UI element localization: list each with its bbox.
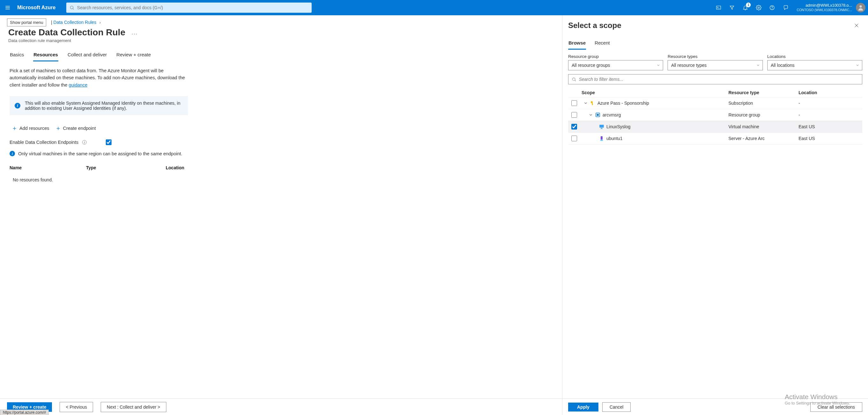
gear-icon bbox=[756, 5, 762, 10]
svg-rect-5 bbox=[717, 6, 721, 9]
svg-point-11 bbox=[859, 5, 862, 8]
global-search-input[interactable] bbox=[77, 5, 309, 10]
brand-label[interactable]: Microsoft Azure bbox=[15, 5, 60, 10]
filter-icon bbox=[729, 5, 735, 10]
hamburger-icon bbox=[5, 5, 10, 10]
avatar-icon bbox=[857, 4, 864, 11]
global-search-box[interactable] bbox=[66, 3, 312, 13]
notification-badge: 1 bbox=[746, 3, 751, 7]
notifications-button[interactable]: 1 bbox=[739, 0, 752, 15]
account-tenant: CONTOSO (WWLX100378.ONMIC... bbox=[797, 8, 852, 12]
feedback-icon bbox=[783, 5, 788, 10]
help-icon bbox=[769, 5, 775, 10]
cloud-shell-button[interactable] bbox=[712, 0, 725, 15]
topbar-right-icons: 1 admin@WWLx100378.o... CONTOSO (WWLX100… bbox=[712, 0, 868, 15]
cloudshell-icon bbox=[716, 5, 721, 10]
svg-point-3 bbox=[70, 6, 73, 9]
settings-button[interactable] bbox=[752, 0, 765, 15]
svg-point-8 bbox=[758, 7, 760, 9]
svg-line-4 bbox=[73, 9, 74, 9]
svg-marker-7 bbox=[730, 6, 734, 9]
directories-button[interactable] bbox=[725, 0, 739, 15]
account-email: admin@WWLx100378.o... bbox=[797, 3, 852, 8]
feedback-button[interactable] bbox=[779, 0, 792, 15]
avatar-button[interactable] bbox=[856, 3, 865, 12]
search-icon bbox=[69, 5, 74, 10]
account-info[interactable]: admin@WWLx100378.o... CONTOSO (WWLX10037… bbox=[792, 3, 854, 12]
azure-topbar: Microsoft Azure 1 admin@WWLx100378.o... … bbox=[0, 0, 868, 15]
help-button[interactable] bbox=[765, 0, 779, 15]
menu-hamburger-button[interactable] bbox=[0, 0, 15, 15]
